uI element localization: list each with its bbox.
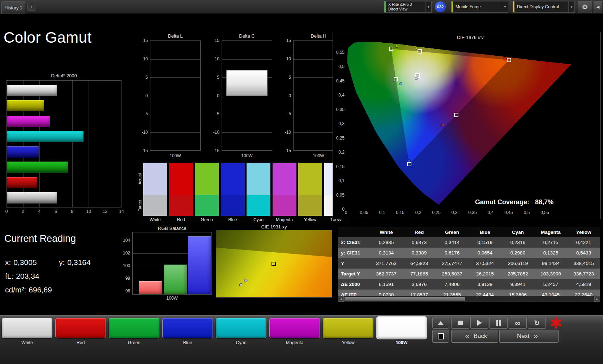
- pattern-swatch-red[interactable]: [55, 318, 106, 338]
- tab-history-1[interactable]: History 1: [1, 1, 25, 14]
- scroll-right-button[interactable]: ►: [594, 296, 600, 302]
- pattern-swatch-100w[interactable]: [376, 316, 427, 339]
- table-cell: 0,6373: [403, 237, 436, 248]
- pattern-swatch-label: Red: [55, 340, 106, 345]
- gamut-coverage-value: 88,7%: [535, 198, 553, 206]
- calibration-app-window: History 1 + X-Rite i1Pro 3 Direct View ▼…: [0, 0, 603, 364]
- deltae-bar-white: [7, 85, 57, 96]
- delta-y-tick-label: -10: [281, 130, 291, 135]
- pause-icon: [496, 320, 498, 326]
- pattern-swatch-white[interactable]: [2, 318, 52, 338]
- pattern-window-button[interactable]: [432, 330, 449, 343]
- session-marker-button[interactable]: [548, 316, 564, 330]
- swatch-actual: [247, 163, 270, 195]
- deltae-x-tick-label: 2: [22, 209, 24, 214]
- meter-dropdown[interactable]: X-Rite i1Pro 3 Direct View ▼: [384, 1, 432, 13]
- delta-chart-plot: [150, 40, 201, 151]
- cie-x-tick-label: 0,4: [488, 210, 494, 215]
- pause-icon: [499, 320, 501, 326]
- delta-y-tick-label: 15: [281, 38, 291, 43]
- table-cell: 77,1885: [403, 269, 436, 279]
- stop-icon: [458, 321, 463, 325]
- cie1931-measured-marker: [244, 279, 247, 282]
- reading-x: x:0,3005: [5, 258, 37, 267]
- swatch-label: Blue: [221, 217, 245, 222]
- chevrons-right-icon: »: [534, 331, 538, 341]
- current-reading-panel: Current Reading x:0,3005 y:0,3164 fL:203…: [4, 233, 116, 302]
- table-cell: 17,8537: [403, 290, 436, 296]
- cie-y-tick-label: 0,45: [334, 78, 345, 83]
- collapse-panel-button[interactable]: ◀: [594, 1, 602, 13]
- table-cell: 0,3414: [436, 237, 469, 248]
- top-bar: History 1 + X-Rite i1Pro 3 Direct View ▼…: [0, 0, 603, 14]
- table-row: y: CIE310,31340,33890,61760,06540,29800,…: [338, 248, 600, 258]
- back-button[interactable]: « Back: [451, 330, 498, 343]
- deltae-x-tick-label: 14: [119, 209, 124, 214]
- cie1976-title: CIE 1976 u'v': [346, 35, 595, 40]
- pattern-window-icon: [438, 333, 444, 339]
- cie-x-tick-label: 0,35: [468, 210, 476, 215]
- pattern-swatch-label: Magenta: [269, 340, 320, 345]
- scrollbar-thumb[interactable]: [345, 297, 465, 301]
- table-row-label: y: CIE31: [338, 248, 370, 258]
- table-cell: 338,4015: [567, 258, 600, 269]
- rgb-balance-plot: [132, 232, 212, 295]
- play-button[interactable]: [470, 317, 488, 329]
- next-button[interactable]: Next »: [499, 330, 559, 343]
- swatch-column-green: Green: [195, 160, 219, 223]
- rgb-balance-x-label: 100W: [132, 296, 212, 301]
- rgb-y-tick-label: 98: [119, 276, 130, 281]
- triangle-up-icon: [438, 321, 444, 325]
- table-column-header: Red: [403, 227, 436, 237]
- cie-target-red: [507, 58, 511, 62]
- pattern-source-label: Mobile Forge: [453, 1, 502, 12]
- cie-x-tick-label: 0,25: [432, 210, 440, 215]
- pattern-up-button[interactable]: [432, 317, 449, 329]
- pattern-swatch-label: Cyan: [216, 340, 266, 345]
- pause-button[interactable]: [489, 317, 508, 329]
- gamut-coverage-readout: Gamut Coverage:88,7%: [475, 198, 553, 206]
- table-cell: 103,3900: [534, 269, 567, 279]
- table-cell: 0,2316: [501, 237, 534, 248]
- pattern-swatch-label: White: [2, 340, 52, 345]
- delta-chart-x-label: 100W: [222, 153, 272, 158]
- loop-icon: ↻: [534, 320, 540, 326]
- delta-y-tick-label: -10: [138, 130, 148, 135]
- pattern-source-dropdown[interactable]: Mobile Forge ▼: [451, 1, 508, 13]
- table-row: x: CIE310,29850,63730,34140,15190,23160,…: [338, 237, 600, 248]
- swatch-actual: [143, 163, 167, 195]
- cie-measured-white: [415, 77, 418, 80]
- add-tab-button[interactable]: +: [27, 3, 35, 11]
- scrollbar-track[interactable]: [344, 296, 594, 302]
- cie1931-zoom-chart: [216, 230, 332, 297]
- pattern-swatch-cyan[interactable]: [216, 318, 266, 338]
- cie-y-tick-label: 0,35: [334, 107, 345, 112]
- stop-button[interactable]: [451, 317, 469, 329]
- table-horizontal-scrollbar[interactable]: ◄ ►: [338, 296, 600, 302]
- settings-button[interactable]: ⚙: [578, 1, 592, 13]
- table-cell: 0,0654: [469, 248, 501, 258]
- gamut-coverage-label: Gamut Coverage:: [475, 198, 529, 206]
- chevron-down-icon: ▼: [502, 1, 508, 12]
- cie-measured-cyan: [399, 82, 402, 85]
- delta-chart-x-label: 100W: [150, 153, 201, 158]
- rgb-y-tick-label: 104: [119, 238, 130, 243]
- measurement-table-body: x: CIE310,29850,63730,34140,15190,23160,…: [338, 237, 600, 296]
- delta-chart-y-axis: 151050-5-10-15: [281, 40, 291, 151]
- table-cell: 275,7477: [436, 258, 469, 269]
- display-control-dropdown[interactable]: Direct Display Control ▼: [513, 1, 575, 13]
- table-cell: 43,1045: [534, 290, 567, 296]
- pattern-swatch-magenta[interactable]: [269, 318, 320, 338]
- chevron-down-icon: ▼: [425, 1, 431, 12]
- delta-y-tick-label: 5: [138, 75, 148, 80]
- cie1931-measured-marker: [239, 283, 243, 287]
- refresh-measure-button[interactable]: ↻: [528, 317, 546, 329]
- pattern-swatch-blue[interactable]: [162, 318, 213, 338]
- scroll-left-button[interactable]: ◄: [338, 296, 344, 302]
- table-cell: 0,1325: [534, 248, 567, 258]
- pattern-swatch-yellow[interactable]: [323, 318, 373, 338]
- pattern-swatch-green[interactable]: [109, 318, 159, 338]
- continuous-measure-button[interactable]: ∞: [509, 317, 527, 329]
- delta-y-tick-label: 0: [209, 93, 219, 98]
- table-column-header: Blue: [469, 227, 501, 237]
